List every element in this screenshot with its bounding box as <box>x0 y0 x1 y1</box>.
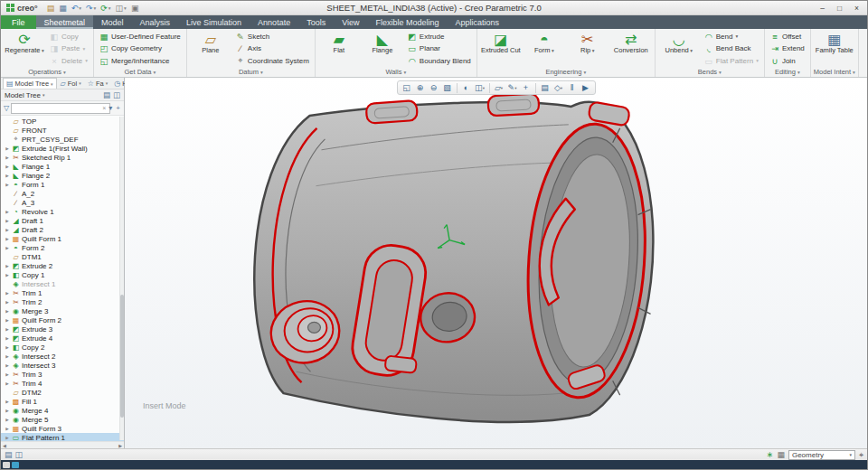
tree-item-intersect-1[interactable]: ◈Intersect 1 <box>1 279 124 288</box>
join-button[interactable]: ∪Join <box>768 55 807 67</box>
tree-item-merge-5[interactable]: ▶◉Merge 5 <box>1 415 124 424</box>
tree-item-form-1[interactable]: ▶◓Form 1 <box>1 180 124 189</box>
view-manager-button[interactable]: ▤ <box>539 82 552 94</box>
tree-item-sketched-rip-1[interactable]: ▶✂Sketched Rip 1 <box>1 153 124 162</box>
tree-item-flat-pattern-1[interactable]: ▶▭Flat Pattern 1 <box>1 433 124 441</box>
tree-search-input[interactable] <box>11 103 110 114</box>
zoom-in-button[interactable]: ⊕ <box>414 82 427 94</box>
close-window-button[interactable]: ▣ <box>129 2 141 14</box>
selection-buffer-icon[interactable]: ▦ <box>777 450 785 459</box>
expand-arrow-icon[interactable]: ▶ <box>5 345 10 350</box>
add-filter-icon[interactable]: + <box>115 104 121 112</box>
expand-arrow-icon[interactable]: ▶ <box>5 436 10 440</box>
task-item-2[interactable] <box>12 462 19 468</box>
regenerate-button[interactable]: ⟳Regenerate ▾ <box>4 30 45 67</box>
tab-view[interactable]: View <box>334 15 367 29</box>
tree-item-copy-2[interactable]: ▶◧Copy 2 <box>1 343 124 352</box>
tree-item-trim-4[interactable]: ▶✂Trim 4 <box>1 379 124 388</box>
tree-item-extrude-4[interactable]: ▶◩Extrude 4 <box>1 334 124 343</box>
expand-arrow-icon[interactable]: ▶ <box>5 146 10 151</box>
copy-geometry-button[interactable]: ◰Copy Geometry <box>97 42 184 54</box>
copy-button[interactable]: ◧Copy <box>47 31 90 42</box>
expand-arrow-icon[interactable]: ▶ <box>5 381 10 386</box>
selection-filter-combo[interactable]: Geometry ▾ <box>788 450 855 460</box>
expand-arrow-icon[interactable]: ▶ <box>5 291 10 296</box>
tree-settings-icon[interactable]: ▤ <box>103 90 110 99</box>
flat-button[interactable]: ▰Flat <box>318 30 360 67</box>
expand-arrow-icon[interactable]: ▶ <box>5 372 10 377</box>
tree-item-intersect-2[interactable]: ▶◈Intersect 2 <box>1 352 124 361</box>
scroll-right-icon[interactable]: ▶ <box>118 443 122 448</box>
plane-button[interactable]: ▱Plane <box>190 30 231 67</box>
group-label-model-intent[interactable]: Model Intent▾ <box>814 67 855 77</box>
delete-button[interactable]: ×Delete▾ <box>47 55 90 67</box>
tree-item-a-3[interactable]: ∕A_3 <box>1 198 124 207</box>
tree-item-trim-3[interactable]: ▶✂Trim 3 <box>1 370 124 379</box>
shading-with-edges-button[interactable]: ◐ <box>460 82 473 94</box>
tree-item-a-2[interactable]: ∕A_2 <box>1 189 124 198</box>
group-label-engineering[interactable]: Engineering▾ <box>480 67 652 77</box>
pause-button[interactable]: ‖ <box>566 82 579 94</box>
tab-analysis[interactable]: Analysis <box>132 15 179 29</box>
expand-arrow-icon[interactable]: ▶ <box>5 164 10 169</box>
task-item-1[interactable] <box>3 462 10 468</box>
tree-item-intersect-3[interactable]: ▶◈Intersect 3 <box>1 361 124 370</box>
expand-arrow-icon[interactable]: ▶ <box>5 327 10 332</box>
expand-arrow-icon[interactable]: ▶ <box>5 300 10 305</box>
save-button[interactable]: ▦ <box>57 2 69 14</box>
group-label-operations[interactable]: Operations▾ <box>4 67 90 77</box>
tree-vertical-scrollbar[interactable] <box>119 117 124 440</box>
window-close-button[interactable]: × <box>848 2 865 14</box>
play-button[interactable]: ▶ <box>580 82 592 94</box>
display-style-button[interactable]: ◫▾ <box>474 82 486 94</box>
window-minimize-button[interactable]: – <box>814 2 831 14</box>
creo-logo[interactable]: creo° <box>3 1 42 14</box>
panel-tab-fa[interactable]: ☆Fa▾ <box>85 78 110 89</box>
expand-arrow-icon[interactable]: ▶ <box>5 400 10 404</box>
tree-item-dtm2[interactable]: ▱DTM2 <box>1 388 124 397</box>
scroll-left-icon[interactable]: ◀ <box>3 443 6 448</box>
tree-item-flange-2[interactable]: ▶◣Flange 2 <box>1 171 124 180</box>
group-label-walls[interactable]: Walls▾ <box>318 67 474 77</box>
scrollbar-thumb[interactable] <box>120 295 124 418</box>
expand-arrow-icon[interactable]: ▶ <box>5 273 10 277</box>
paste-button[interactable]: ◨Paste▾ <box>47 42 90 54</box>
tree-horizontal-scrollbar[interactable]: ◀ ▶ <box>1 441 124 448</box>
expand-arrow-icon[interactable]: ▶ <box>5 174 10 178</box>
zoom-out-button[interactable]: ⊖ <box>428 82 440 94</box>
regen-status-icon[interactable]: ∗ <box>767 450 774 459</box>
tree-item-extrude-2[interactable]: ▶◩Extrude 2 <box>1 261 124 270</box>
expand-arrow-icon[interactable]: ▶ <box>5 210 10 214</box>
repaint-button[interactable]: ▧ <box>441 82 454 94</box>
expand-arrow-icon[interactable]: ▶ <box>5 237 10 241</box>
tree-layout-icon[interactable]: ◫ <box>113 90 120 99</box>
expand-arrow-icon[interactable]: ▶ <box>5 336 10 341</box>
window-button[interactable]: ◫▾ <box>114 2 128 14</box>
sketch-button[interactable]: ✎Sketch <box>233 31 312 42</box>
tree-item-revolve-1[interactable]: ▶◔Revolve 1 <box>1 207 124 216</box>
group-label-editing[interactable]: Editing▾ <box>768 67 807 77</box>
unbend-button[interactable]: ◡Unbend ▾ <box>658 30 700 67</box>
offset-button[interactable]: ≡Offset <box>768 31 807 42</box>
open-button[interactable]: ▤ <box>45 2 57 14</box>
expand-arrow-icon[interactable]: ▶ <box>5 155 10 160</box>
expand-arrow-icon[interactable]: ▶ <box>5 363 10 368</box>
expand-arrow-icon[interactable]: ▶ <box>5 409 10 413</box>
tab-tools[interactable]: Tools <box>298 15 334 29</box>
expand-arrow-icon[interactable]: ▶ <box>5 427 10 431</box>
expand-arrow-icon[interactable]: ▶ <box>5 219 10 223</box>
filter-icon[interactable]: ▽ <box>4 104 9 112</box>
regenerate-quick-button[interactable]: ⟳▾ <box>99 2 112 14</box>
search-options-icon[interactable]: ▾ <box>108 104 113 112</box>
model-3d[interactable] <box>125 78 867 449</box>
tab-annotate[interactable]: Annotate <box>250 15 298 29</box>
user-defined-feature-button[interactable]: ▦User-Defined Feature <box>97 31 184 42</box>
chevron-down-icon[interactable]: ▾ <box>42 92 45 98</box>
conversion-button[interactable]: ⇄Conversion <box>610 30 652 67</box>
group-label-datum[interactable]: Datum▾ <box>190 67 312 77</box>
tree-item-form-2[interactable]: ▶◓Form 2 <box>1 243 124 252</box>
panel-tab-model-tree[interactable]: ▤Model Tree▾ <box>3 78 57 89</box>
bend-back-button[interactable]: ◟Bend Back <box>702 42 761 54</box>
tree-item-draft-1[interactable]: ▶◢Draft 1 <box>1 216 124 225</box>
expand-arrow-icon[interactable]: ▶ <box>5 228 10 232</box>
